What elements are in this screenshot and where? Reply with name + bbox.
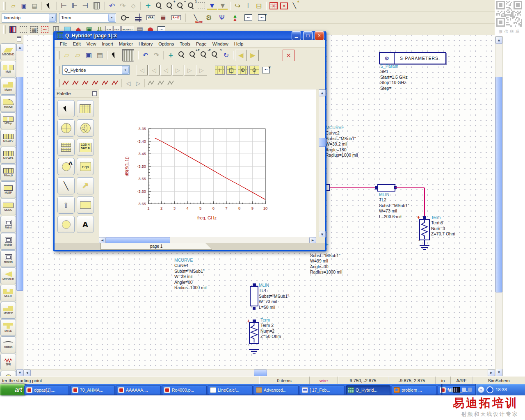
refresh-icon[interactable]: ↻ <box>221 50 232 61</box>
wand-icon[interactable]: ╲ <box>290 1 299 10</box>
component-palette-combo[interactable]: licrostrip ▼ <box>2 13 57 23</box>
nav-prev-icon[interactable]: ◁ <box>148 65 160 75</box>
taskbar-task-problem[interactable]: problem ... <box>392 385 436 395</box>
maximize-button[interactable]: ▢ <box>303 31 313 40</box>
port-icon[interactable] <box>120 13 130 22</box>
sidebar-item-MSTEP[interactable]: MSTEP <box>0 302 16 319</box>
move-icon[interactable]: + <box>165 50 176 61</box>
scroll-right-icon[interactable]: ▶ <box>488 370 495 376</box>
deactivate-block-icon[interactable]: × <box>280 2 288 9</box>
zoom-in2-icon[interactable]: +2 <box>187 50 199 61</box>
menu-file[interactable]: File <box>57 41 70 46</box>
menu-view[interactable]: View <box>84 41 99 46</box>
plot-window-icon[interactable]: ~ <box>244 14 252 21</box>
main-hscroll-thumb[interactable] <box>254 370 267 376</box>
palette-circle-button[interactable] <box>57 216 75 233</box>
close-button[interactable]: ✕ <box>315 31 324 40</box>
s-parameters-controller[interactable]: ⚙ S-PARAMETERS. <box>379 52 446 64</box>
menu-options[interactable]: Options <box>155 41 177 46</box>
window-titlebar[interactable]: Q_Hybride* [page 1]:3 ▁ ▢ ✕ <box>55 31 325 40</box>
select-dashed-icon[interactable] <box>20 26 27 33</box>
nav-back-icon[interactable]: ◀ <box>235 50 247 61</box>
palette-list-plot-button[interactable] <box>57 139 75 156</box>
sidebar-item-Mrind[interactable]: Mrind <box>0 216 16 233</box>
taskbar-task-Advanced[interactable]: Advanced... <box>254 385 299 395</box>
select-grid-icon[interactable]: ▦ <box>30 26 38 33</box>
component-type-combo[interactable]: Term ▼ <box>59 13 116 23</box>
sidebar-item-MSOBND[interactable]: MSOBND <box>0 43 16 60</box>
chevron-down-icon[interactable]: ▼ <box>49 14 56 22</box>
sidebar-item-MLEF[interactable]: MLEF <box>0 181 16 198</box>
taskbar-task-QHybrid[interactable]: Q_Hybrid... <box>346 385 390 395</box>
undo-icon[interactable]: ↶ <box>107 1 117 10</box>
undock-icon[interactable] <box>17 37 21 41</box>
palette-equation-button[interactable]: Eqn <box>77 158 94 175</box>
zoom-out2-icon[interactable]: -2 <box>199 50 210 61</box>
taskbar-task-dgpas1[interactable]: dgpas[1].... <box>24 385 69 395</box>
trace-gray-2-icon[interactable] <box>156 79 166 88</box>
nav-next2-icon[interactable]: ▷ <box>172 65 183 75</box>
taskbar-task-17Feb[interactable]: [ 17_Feb... <box>300 385 345 395</box>
keyboard-icon[interactable] <box>453 387 460 393</box>
resistor-box-icon[interactable]: R=I7 <box>171 15 181 20</box>
main-vscroll-thumb[interactable] <box>495 77 502 292</box>
main-horizontal-scrollbar[interactable]: ◀ ▶ <box>23 369 496 377</box>
sidebar-item-MICAP2[interactable]: MICAP2 <box>0 130 16 146</box>
sidebar-item-MICAP4[interactable]: MICAP4 <box>0 147 16 164</box>
trace-back-icon[interactable]: ◁ <box>123 79 133 88</box>
sidebar-item-Mcorn[interactable]: Mcorn <box>0 78 16 95</box>
sidebar-scrollbar[interactable]: ▲ ▼ <box>16 43 23 377</box>
menu-marker[interactable]: Marker <box>116 41 136 46</box>
tray-icon[interactable] <box>462 388 466 392</box>
simulate-icon[interactable]: Ψ <box>217 13 227 22</box>
insert-pin-left-icon[interactable]: ⊢ <box>59 1 69 10</box>
wire-segment-icon[interactable]: ◇ <box>128 1 138 10</box>
sidebar-item-Mcurve[interactable]: Mcurve <box>0 95 16 112</box>
undock-icon[interactable] <box>92 91 97 96</box>
plot-horizontal-scrollbar[interactable]: ◀ ▶ <box>99 237 316 243</box>
redo-icon[interactable]: ↷ <box>151 50 162 61</box>
sidebar-item-Ribbon[interactable]: Ribbon <box>0 336 16 353</box>
plot-hscroll-thumb[interactable] <box>106 237 170 243</box>
component-label-curve2[interactable]: MCURVECurve2Subst="MSub1"W=39.2 milAngle… <box>326 125 358 158</box>
page-tab[interactable]: page 1 <box>100 243 212 250</box>
wire-label-icon[interactable]: ╲NAME <box>191 13 201 22</box>
var-icon[interactable]: VAR <box>146 15 155 20</box>
language-indicator[interactable]: EN <box>445 387 451 392</box>
menu-help[interactable]: Help <box>231 41 247 46</box>
scroll-down-icon[interactable]: ▼ <box>495 369 502 376</box>
start-button[interactable]: art <box>0 384 27 395</box>
component-label-tl4[interactable]: MLINTL4Subst="MSub1"W=73 milL=50 mil <box>259 283 289 310</box>
palette-polar-plot-button[interactable] <box>57 119 75 137</box>
palette-smith-chart-button[interactable] <box>77 119 94 137</box>
trace-forward-icon[interactable]: ▷ <box>133 79 143 88</box>
optimize-icon[interactable]: ▲▲ <box>230 13 240 22</box>
taskbar-task-LineCalc[interactable]: LineCalc/... <box>208 385 253 395</box>
pull-wire-icon[interactable]: ↪ <box>233 1 242 10</box>
plot-save-icon[interactable]: ~▼ <box>262 67 270 73</box>
palette-text-button[interactable]: A <box>77 216 94 233</box>
taskbar-task-AAAAAA[interactable]: AAAAAA.... <box>116 385 161 395</box>
select-region-icon[interactable] <box>198 2 205 9</box>
insert-ground-icon[interactable]: ⊥ <box>243 1 253 10</box>
undo-icon[interactable]: ↶ <box>140 50 151 61</box>
nav-next-icon[interactable]: ▷ <box>184 65 195 75</box>
dataset-combo[interactable]: Q_Hybride ▼ <box>62 65 130 75</box>
scroll-up-icon[interactable]: ▲ <box>16 44 23 51</box>
scroll-down-icon[interactable]: ▼ <box>16 369 23 377</box>
sidebar-item-MLOC[interactable]: MLOC <box>0 199 16 215</box>
menu-edit[interactable]: Edit <box>70 41 84 46</box>
trace-style-3-icon[interactable] <box>81 79 91 88</box>
zoom-full-icon[interactable]: 1 <box>186 1 196 10</box>
zoom-in-icon[interactable]: + <box>164 1 174 10</box>
palette-arrow-outline-button[interactable]: ⇧ <box>57 196 75 214</box>
menu-history[interactable]: History <box>136 41 155 46</box>
scroll-left-icon[interactable]: ◀ <box>99 237 106 243</box>
gears-icon[interactable]: ⚙ <box>204 13 214 22</box>
menu-insert[interactable]: Insert <box>99 41 116 46</box>
nav-forward-icon[interactable]: ▶ <box>247 50 259 61</box>
print-icon[interactable]: ▤ <box>94 50 105 61</box>
hide-icons-chevron-icon[interactable]: « <box>478 386 484 393</box>
plot-vscroll-thumb[interactable] <box>319 138 326 147</box>
component-label-tl2[interactable]: MLINTL2Subst="MSub1"W=73 milL=200.6 mil <box>379 192 409 219</box>
